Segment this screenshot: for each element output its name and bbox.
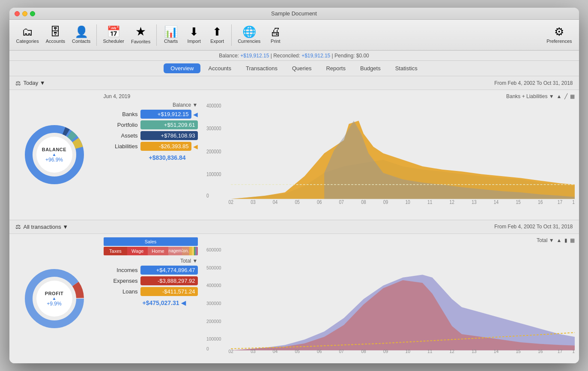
maximize-button[interactable] [30,11,35,16]
tab-statistics[interactable]: Statistics [388,63,424,73]
svg-text:08: 08 [361,348,366,353]
charts-label: Charts [164,39,178,44]
profit-total-dropdown[interactable]: Total ▼ [180,258,198,264]
balance-total: +$830,836.84 [104,154,198,161]
tab-transactions[interactable]: Transactions [239,63,284,73]
svg-text:14: 14 [493,199,498,205]
area-chart-icon[interactable]: ▲ [557,93,562,99]
toolbar-item-export[interactable]: ⬆ Export [206,24,229,45]
line-chart-icon[interactable]: ╱ [564,93,567,99]
main-content: ⚖ Today ▼ From Feb 4, 2002 To Oct 31, 20… [9,76,579,363]
svg-text:07: 07 [339,199,344,205]
profit-total-ctrl-dropdown[interactable]: Total ▼ [537,237,554,243]
sales-segment: Sales [104,237,198,246]
preferences-label: Preferences [546,39,572,44]
grid-icon[interactable]: ▦ [570,93,575,99]
separator-2 [156,24,157,46]
statusbar: Balance: +$19,912.15 | Reconciled: +$19,… [9,51,579,61]
toolbar-item-import[interactable]: ⬇ Import [182,24,206,45]
tab-reports[interactable]: Reports [319,63,352,73]
toolbar-item-accounts[interactable]: 🗄 Accounts [42,24,69,45]
toolbar-item-currencies[interactable]: 🌐 Currencies [234,24,264,45]
balance-row-portfolio: Portfolio +$51,209.61 [104,120,198,129]
svg-text:04: 04 [272,199,278,205]
balance-chart-area: Banks + Liabilities ▼ ▲ ╱ ▦ 400000 30000… [202,90,579,220]
svg-text:14: 14 [493,348,498,353]
balance-scale-icon: ⚖ [15,80,21,87]
svg-text:13: 13 [472,348,476,353]
tab-overview[interactable]: Overview [164,63,200,73]
toolbar-item-preferences[interactable]: ⚙ Preferences [543,24,575,45]
tab-accounts[interactable]: Accounts [201,63,238,73]
main-window: Sample Document 🗂 Categories 🗄 Accounts … [9,8,579,363]
categories-label: Categories [16,39,39,44]
sales-bar: Sales [104,237,198,246]
balance-value: +$19,912.15 [240,53,269,59]
toolbar-item-scheduler[interactable]: 📅 Scheduler [99,24,128,45]
all-transactions-dropdown[interactable]: All transactions ▼ [24,224,69,230]
profit-arrow: ◀ [181,299,186,306]
categories-bar: Taxes Wage Home Management Con... [104,247,198,255]
incomes-label: Incomes [104,267,138,273]
titlebar: Sample Document [9,8,579,20]
toolbar-item-favorites[interactable]: ★ Favorites [128,24,154,46]
con-segment: Con... [182,247,189,255]
balance-table: Jun 4, 2019 Balance ▼ Banks +$19,912.15 … [99,90,202,220]
svg-text:500000: 500000 [206,265,221,270]
balance-date-range: From Feb 4, 2002 To Oct 31, 2018 [494,80,573,86]
balance-chart-svg: 400000 300000 200000 100000 0 [206,101,575,206]
charts-icon: 📊 [164,26,178,37]
profit-section-header-left[interactable]: ⚖ All transactions ▼ [15,223,69,230]
profit-area-icon[interactable]: ▲ [557,237,562,243]
svg-text:06: 06 [317,348,322,353]
balance-date: Jun 4, 2019 [104,93,198,99]
profit-donut-title: PROFIT [45,290,63,296]
banks-liabilities-dropdown[interactable]: Banks + Liabilities ▼ [506,93,554,99]
categories-icon: 🗂 [22,26,33,37]
balance-label: Balance: [219,53,239,59]
toolbar-item-charts[interactable]: 📊 Charts [159,24,182,45]
taxes-segment: Taxes [104,247,128,255]
svg-text:06: 06 [316,199,322,205]
import-label: Import [188,39,201,44]
profit-bar-icon[interactable]: ▮ [564,237,567,243]
profit-chart-area: Total ▼ ▲ ▮ ▦ 600000 500000 400000 30000… [202,234,579,364]
balance-donut-value: +96.9% [42,157,66,163]
balance-section-header-left[interactable]: ⚖ Today ▼ [15,80,45,87]
profit-total-header[interactable]: Total ▼ [104,258,198,264]
today-dropdown[interactable]: Today ▼ [24,80,45,86]
balance-dropdown-header[interactable]: Balance ▼ [104,102,198,108]
balance-row-assets: Assets +$786,108.93 [104,131,198,140]
portfolio-value: +$51,209.61 [140,120,198,129]
close-button[interactable] [15,11,20,16]
svg-text:03: 03 [251,348,255,353]
balance-donut-triangle: ▲ [42,152,66,157]
balance-dropdown-label[interactable]: Balance ▼ [173,102,198,108]
minimize-button[interactable] [22,11,27,16]
toolbar-item-categories[interactable]: 🗂 Categories [13,24,42,45]
favorites-icon: ★ [135,26,146,38]
svg-text:16: 16 [537,199,543,205]
window-title: Sample Document [271,10,317,17]
print-label: Print [271,39,281,44]
tab-queries[interactable]: Queries [285,63,319,73]
home-segment: Home [148,247,168,255]
balance-icon-2: ⚖ [15,223,21,230]
accounts-label: Accounts [46,39,65,44]
svg-text:200000: 200000 [206,318,221,324]
svg-text:300000: 300000 [206,125,221,132]
banks-value: +$19,912.15 [140,110,191,119]
profit-grid-icon[interactable]: ▦ [570,237,575,243]
toolbar-item-print[interactable]: 🖨 Print [264,24,287,45]
tab-budgets[interactable]: Budgets [353,63,388,73]
separator-1 [96,24,97,46]
toolbar-item-contacts[interactable]: 👤 Contacts [69,24,94,45]
svg-text:11: 11 [427,348,432,353]
traffic-lights [15,11,35,16]
profit-section: ⚖ All transactions ▼ From Feb 4, 2002 To… [9,220,579,364]
profit-donut-area: PROFIT ▲ +9.9% [9,234,99,364]
reconciled-label: Reconciled: [273,53,300,59]
banks-arrow: ◀ [193,111,198,118]
contacts-label: Contacts [72,39,90,44]
svg-text:17: 17 [557,199,562,205]
